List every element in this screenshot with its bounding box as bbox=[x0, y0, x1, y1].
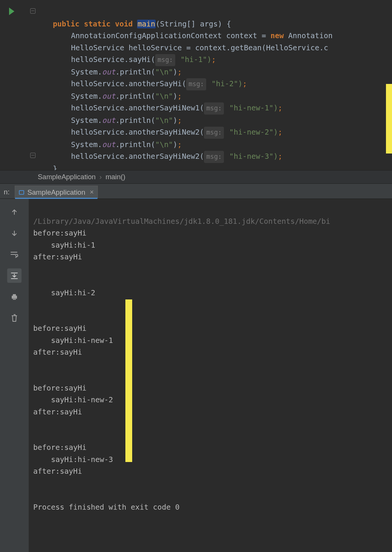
console-line: sayHi:hi-new-1 bbox=[33, 336, 113, 345]
code-text: System. bbox=[71, 116, 102, 125]
param-hint: msg: bbox=[204, 102, 224, 115]
breadcrumb[interactable]: SampleApplication › main() bbox=[0, 170, 392, 184]
up-arrow-icon[interactable] bbox=[7, 205, 22, 219]
breadcrumb-method[interactable]: main() bbox=[105, 173, 125, 181]
console-line: after:sayHi bbox=[33, 467, 82, 476]
process-icon bbox=[19, 190, 24, 195]
code-text: .println( bbox=[115, 116, 155, 125]
semicolon: ; bbox=[211, 55, 216, 64]
down-arrow-icon[interactable] bbox=[7, 226, 22, 240]
run-gutter-icon[interactable] bbox=[9, 8, 14, 15]
warning-stripe bbox=[386, 84, 392, 154]
run-label: n: bbox=[2, 188, 12, 198]
string-literal: "\n" bbox=[155, 92, 173, 101]
code-text: System. bbox=[71, 92, 102, 101]
trash-icon[interactable] bbox=[7, 311, 22, 325]
field-ref: out bbox=[102, 92, 115, 101]
code-text: System. bbox=[71, 140, 102, 149]
keyword: public bbox=[53, 20, 79, 28]
console-line: Process finished with exit code 0 bbox=[33, 503, 179, 512]
run-tab[interactable]: SampleApplication × bbox=[15, 186, 98, 198]
code-text: .println( bbox=[115, 68, 155, 76]
code-text: helloService.anotherSayHiNew2( bbox=[71, 152, 204, 161]
editor-gutter bbox=[0, 0, 38, 170]
code-text: ) bbox=[173, 116, 177, 125]
console-line: after:sayHi bbox=[33, 408, 82, 416]
console-line: before:sayHi bbox=[33, 443, 86, 452]
breadcrumb-sep-icon: › bbox=[99, 173, 102, 181]
semicolon: ; bbox=[177, 68, 182, 76]
code-text: System. bbox=[71, 68, 102, 76]
code-editor[interactable]: public static void main(String[] args) {… bbox=[0, 0, 392, 170]
code-text: HelloService helloService = context.getB… bbox=[71, 43, 328, 52]
method-name: main bbox=[137, 20, 156, 28]
semicolon: ; bbox=[177, 92, 182, 101]
param-hint: msg: bbox=[155, 54, 175, 66]
string-literal: "hi-new-1") bbox=[225, 104, 278, 112]
console-line: sayHi:hi-new-3 bbox=[33, 455, 113, 464]
semicolon: ; bbox=[278, 152, 282, 161]
soft-wrap-icon[interactable] bbox=[7, 247, 22, 262]
keyword: void bbox=[115, 20, 133, 28]
code-text: helloService.sayHi( bbox=[71, 55, 155, 64]
code-text: } bbox=[53, 164, 57, 171]
string-literal: "hi-new-3") bbox=[225, 152, 278, 161]
semicolon: ; bbox=[278, 104, 282, 112]
console-line: sayHi:hi-1 bbox=[33, 241, 95, 250]
console-output[interactable]: /Library/Java/JavaVirtualMachines/jdk1.8… bbox=[29, 199, 392, 552]
console-line: before:sayHi bbox=[33, 384, 86, 392]
code-text: (String[] args) { bbox=[156, 20, 231, 28]
string-literal: "\n" bbox=[155, 68, 173, 76]
run-toolbar bbox=[0, 199, 29, 552]
semicolon: ; bbox=[177, 140, 182, 149]
console-line: after:sayHi bbox=[33, 348, 82, 357]
keyword: static bbox=[84, 20, 110, 28]
code-text: ) bbox=[173, 92, 177, 101]
field-ref: out bbox=[102, 116, 115, 125]
editor-content[interactable]: public static void main(String[] args) {… bbox=[38, 0, 333, 170]
keyword: new bbox=[270, 31, 284, 40]
console-line: sayHi:hi-new-2 bbox=[33, 395, 113, 404]
code-text: AnnotationConfigApplicationContext conte… bbox=[71, 31, 270, 40]
svg-rect-1 bbox=[13, 294, 16, 296]
param-hint: msg: bbox=[204, 151, 224, 163]
console-line: before:sayHi bbox=[33, 324, 86, 333]
print-icon[interactable] bbox=[7, 290, 22, 304]
code-text: ) bbox=[173, 68, 177, 76]
semicolon: ; bbox=[278, 128, 282, 136]
close-icon[interactable]: × bbox=[90, 188, 94, 196]
field-ref: out bbox=[102, 68, 115, 76]
code-text: ) bbox=[173, 140, 177, 149]
string-literal: "\n" bbox=[155, 140, 173, 149]
fold-handle-icon[interactable] bbox=[30, 153, 35, 158]
code-text: helloService.anotherSayHiNew1( bbox=[71, 104, 204, 112]
run-toolwindow-header: n: SampleApplication × bbox=[0, 184, 392, 199]
string-literal: "hi-new-2") bbox=[225, 128, 278, 136]
highlight-stripe bbox=[125, 299, 132, 462]
code-text: helloService.anotherSayHi( bbox=[71, 79, 186, 88]
code-text: helloService.anotherSayHiNew2( bbox=[71, 128, 204, 136]
console-line: /Library/Java/JavaVirtualMachines/jdk1.8… bbox=[33, 217, 330, 226]
param-hint: msg: bbox=[204, 127, 224, 139]
code-text: .println( bbox=[115, 140, 155, 149]
svg-rect-2 bbox=[13, 298, 16, 300]
console-line: sayHi:hi-2 bbox=[33, 288, 95, 297]
console-line: after:sayHi bbox=[33, 253, 82, 261]
semicolon: ; bbox=[242, 79, 247, 88]
string-literal: "hi-1") bbox=[176, 55, 211, 64]
code-text: .println( bbox=[115, 92, 155, 101]
scroll-to-end-icon[interactable] bbox=[7, 268, 22, 283]
semicolon: ; bbox=[177, 116, 182, 125]
string-literal: "\n" bbox=[155, 116, 173, 125]
code-text: Annotation bbox=[284, 31, 333, 40]
field-ref: out bbox=[102, 140, 115, 149]
console-line: before:sayHi bbox=[33, 229, 86, 237]
breadcrumb-class[interactable]: SampleApplication bbox=[38, 173, 96, 181]
run-tab-label: SampleApplication bbox=[27, 188, 85, 197]
param-hint: msg: bbox=[186, 78, 206, 90]
fold-handle-icon[interactable] bbox=[30, 8, 35, 14]
string-literal: "hi-2") bbox=[207, 79, 242, 88]
